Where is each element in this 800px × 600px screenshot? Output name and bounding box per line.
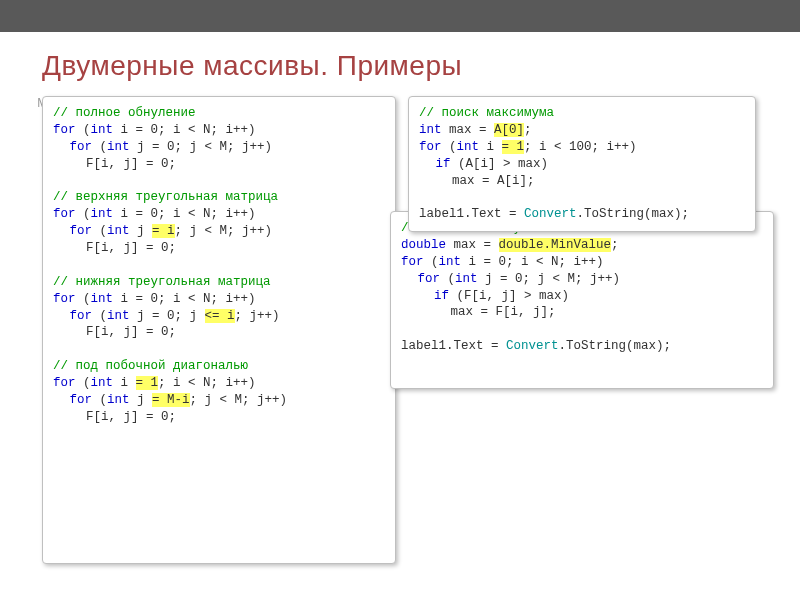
- code-line: for (int j = 0; j < M; j++): [53, 139, 385, 156]
- code-comment: // полное обнуление: [53, 105, 385, 122]
- code-comment: // верхняя треугольная матрица: [53, 189, 385, 206]
- code-blank: [53, 173, 385, 190]
- code-line: max = F[i, j];: [401, 304, 763, 321]
- code-line: for (int i = 0; i < N; i++): [53, 206, 385, 223]
- code-line: label1.Text = Convert.ToString(max);: [401, 338, 763, 355]
- slide-title: Двумерные массивы. Примеры: [0, 32, 800, 96]
- code-line: for (int i = 1; i < 100; i++): [419, 139, 745, 156]
- code-comment: // поиск максимума: [419, 105, 745, 122]
- code-comment: // под побочной диагональю: [53, 358, 385, 375]
- code-box-right-bottom: // поиск максимума double max = double.M…: [390, 211, 774, 389]
- code-line: F[i, j] = 0;: [53, 324, 385, 341]
- code-blank: [53, 341, 385, 358]
- code-box-left: // полное обнуление for (int i = 0; i < …: [42, 96, 396, 564]
- code-line: for (int j = 0; j < M; j++): [401, 271, 763, 288]
- code-line: for (int j = i; j < M; j++): [53, 223, 385, 240]
- code-blank: [53, 257, 385, 274]
- code-line: F[i, j] = 0;: [53, 156, 385, 173]
- code-line: for (int j = 0; j <= i; j++): [53, 308, 385, 325]
- code-line: for (int i = 0; i < N; i++): [401, 254, 763, 271]
- content-area: // полное обнуление for (int i = 0; i < …: [0, 96, 800, 600]
- code-line: max = A[i];: [419, 173, 745, 190]
- code-line: F[i, j] = 0;: [53, 409, 385, 426]
- code-line: int max = A[0];: [419, 122, 745, 139]
- code-line: for (int i = 0; i < N; i++): [53, 291, 385, 308]
- code-line: label1.Text = Convert.ToString(max);: [419, 206, 745, 223]
- code-line: for (int i = 0; i < N; i++): [53, 122, 385, 139]
- code-line: for (int j = M-i; j < M; j++): [53, 392, 385, 409]
- code-line: double max = double.MinValue;: [401, 237, 763, 254]
- code-line: F[i, j] = 0;: [53, 240, 385, 257]
- code-blank: [401, 321, 763, 338]
- code-line: for (int i = 1; i < N; i++): [53, 375, 385, 392]
- code-box-right-top: // поиск максимума int max = A[0]; for (…: [408, 96, 756, 232]
- code-line: if (F[i, j] > max): [401, 288, 763, 305]
- code-comment: // нижняя треугольная матрица: [53, 274, 385, 291]
- code-line: if (A[i] > max): [419, 156, 745, 173]
- header-bar: [0, 0, 800, 32]
- code-blank: [419, 189, 745, 206]
